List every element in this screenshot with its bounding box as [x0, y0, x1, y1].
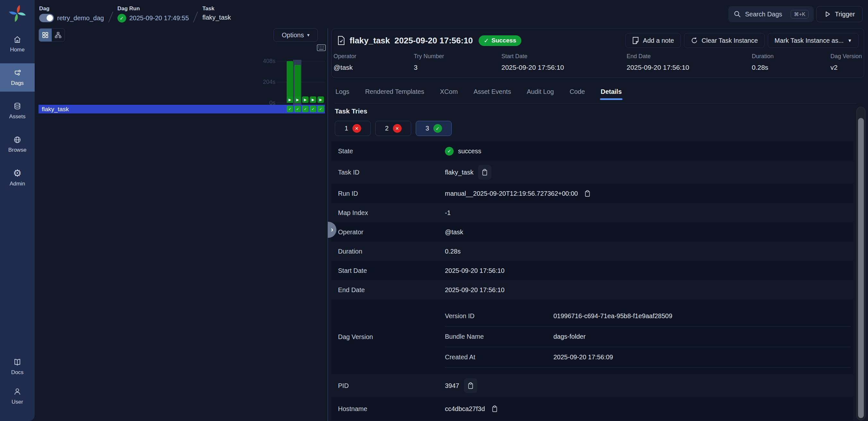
dag-version-table: Version ID 01996716-c694-71ea-95b8-f1e9a…	[445, 300, 853, 374]
copy-hostname-button[interactable]	[492, 405, 498, 413]
meta-value: 2025-09-20 17:56:10	[627, 64, 752, 71]
detail-scrollbar[interactable]	[857, 107, 865, 420]
hostname-value: cc4dbca27f3d	[445, 405, 485, 413]
scrollbar-thumb[interactable]	[858, 118, 864, 418]
options-label: Options	[282, 31, 304, 39]
detail-row-start-date: Start Date 2025-09-20 17:56:10	[331, 261, 853, 280]
detail-row-state: State ✓ success	[331, 141, 853, 161]
dag-run-state-square[interactable]: ▶	[294, 96, 301, 103]
meta-value: 0.28s	[752, 64, 831, 71]
tab-code[interactable]: Code	[569, 84, 586, 99]
sidebar-item-browse[interactable]: Browse	[0, 130, 35, 159]
copy-task-id-button[interactable]	[478, 165, 492, 180]
axis-tick-204s: 204s	[259, 79, 275, 85]
sidebar-item-assets[interactable]: Assets	[0, 97, 35, 125]
task-timestamp: 2025-09-20 17:56:10	[395, 36, 473, 46]
sidebar-item-user[interactable]: User	[0, 384, 35, 409]
breadcrumb-dag-link[interactable]: retry_demo_dag	[57, 15, 104, 22]
try-2-button[interactable]: 2 ✕	[375, 121, 411, 136]
breadcrumb-task: Task flaky_task	[202, 5, 231, 21]
play-icon: ▶	[312, 98, 314, 102]
dag-pause-toggle[interactable]	[39, 14, 54, 22]
breadcrumb-task-label: Task	[202, 5, 231, 12]
sidebar-item-label: Home	[10, 47, 24, 53]
grid-task-row-label: flaky_task	[38, 106, 69, 113]
detail-row-hostname: Hostname cc4dbca27f3d	[331, 397, 853, 420]
failed-icon: ✕	[352, 124, 361, 133]
breadcrumb: Dag retry_demo_dag Dag Run ✓ 2025-09-20 …	[39, 5, 231, 23]
play-icon: ▶	[296, 98, 299, 102]
tab-asset-events[interactable]: Asset Events	[473, 84, 512, 99]
grid-panel: Options ▾ 408s 204s 0s ▶ ▶ ▶ ▶	[35, 28, 328, 421]
breadcrumb-dag-label: Dag	[39, 5, 104, 12]
book-icon	[13, 358, 22, 367]
details-content: Task Tries 1 ✕ 2 ✕ 3 ✓ State	[331, 106, 853, 421]
check-icon: ✓	[288, 107, 291, 111]
user-icon	[13, 387, 22, 396]
breadcrumb-run-link[interactable]: 2025-09-20 17:49:55	[129, 15, 189, 22]
task-instance-square[interactable]: ✓	[287, 106, 293, 112]
airflow-logo-icon	[8, 4, 27, 23]
details-table: State ✓ success Task ID flaky_task	[331, 141, 853, 420]
meta-value: v2	[831, 64, 864, 71]
task-detail-panel: flaky_task 2025-09-20 17:56:10 ✓ Success…	[328, 0, 868, 421]
meta-value: 2025-09-20 17:56:10	[501, 64, 627, 71]
meta-label: End Date	[627, 53, 752, 60]
caret-down-icon: ▼	[847, 38, 852, 43]
task-header-card: flaky_task 2025-09-20 17:56:10 ✓ Success…	[331, 28, 864, 78]
sidebar-item-admin[interactable]: ⚙ Admin	[0, 164, 35, 192]
meta-label: Duration	[752, 53, 831, 60]
add-note-button[interactable]: Add a note	[625, 33, 681, 48]
run-id-value: manual__2025-09-20T12:19:56.727362+00:00	[445, 190, 578, 197]
grid-task-row-selected[interactable]: flaky_task	[38, 105, 325, 113]
task-instance-square[interactable]: ✓	[302, 106, 309, 112]
sidebar-item-dags[interactable]: Dags	[0, 63, 35, 92]
tab-audit-log[interactable]: Audit Log	[526, 84, 555, 99]
sidebar-item-label: User	[11, 399, 23, 405]
try-1-button[interactable]: 1 ✕	[335, 121, 371, 136]
grid-view-button[interactable]	[39, 29, 52, 41]
dag-run-state-square[interactable]: ▶	[287, 96, 293, 103]
copy-run-id-button[interactable]	[584, 190, 591, 197]
tab-xcom[interactable]: XCom	[439, 84, 459, 99]
tab-logs[interactable]: Logs	[335, 84, 350, 99]
refresh-icon	[691, 37, 698, 44]
meta-label: Try Number	[414, 53, 501, 60]
meta-label: Start Date	[501, 53, 627, 60]
task-meta-grid: Operator@task Try Number3 Start Date2025…	[332, 48, 864, 71]
dag-run-state-square[interactable]: ▶	[310, 96, 316, 103]
options-button[interactable]: Options ▾	[274, 28, 318, 42]
tab-rendered-templates[interactable]: Rendered Templates	[364, 84, 425, 99]
graph-view-button[interactable]	[52, 29, 64, 41]
detail-row-dag-version: Dag Version Version ID 01996716-c694-71e…	[331, 300, 853, 374]
detail-row-operator: Operator @task	[331, 222, 853, 242]
keyboard-shortcuts-icon[interactable]	[316, 44, 326, 52]
sidebar-nav: Home Dags A	[0, 30, 35, 197]
tab-details[interactable]: Details	[600, 84, 622, 99]
sidebar-item-home[interactable]: Home	[0, 30, 35, 58]
state-value: success	[458, 147, 481, 155]
copy-pid-button[interactable]	[464, 378, 477, 393]
sidebar-item-label: Admin	[10, 180, 25, 187]
breadcrumb-separator	[193, 11, 198, 23]
mark-task-instance-as-button[interactable]: Mark Task Instance as... ▼	[768, 33, 859, 48]
dag-run-state-square[interactable]: ▶	[317, 96, 324, 103]
failed-icon: ✕	[393, 124, 402, 133]
sidebar-item-docs[interactable]: Docs	[0, 354, 35, 379]
check-icon: ✓	[311, 107, 314, 111]
run-success-icon: ✓	[118, 14, 126, 23]
sidebar: Home Dags A	[0, 0, 35, 421]
play-icon: ▶	[288, 98, 291, 102]
try-3-button[interactable]: 3 ✓	[416, 121, 452, 136]
database-icon	[13, 102, 22, 111]
dag-run-state-square[interactable]: ▶	[302, 96, 309, 103]
clear-task-instance-button[interactable]: Clear Task Instance	[684, 33, 765, 48]
detail-row-run-id: Run ID manual__2025-09-20T12:19:56.72736…	[331, 184, 853, 203]
airflow-app: Home Dags A	[0, 0, 868, 421]
task-instance-square[interactable]: ✓	[294, 106, 301, 112]
task-instance-square[interactable]: ✓	[310, 106, 316, 112]
task-title: flaky_task	[349, 36, 390, 46]
task-instance-square[interactable]: ✓	[317, 106, 324, 112]
status-badge: ✓ Success	[478, 35, 521, 46]
dags-icon	[13, 68, 22, 78]
